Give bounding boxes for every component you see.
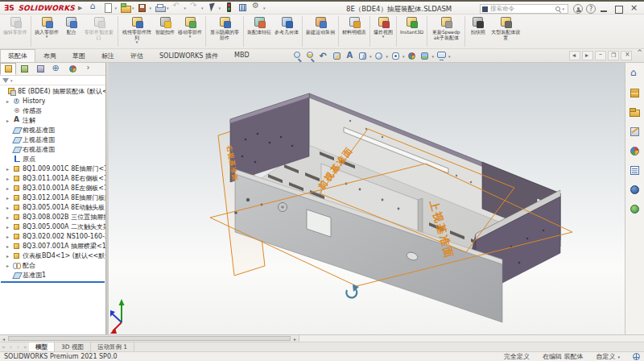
tree-item-17[interactable]: ▸仪表板BD4<1> (默认<<默认>_显示: [0, 251, 105, 260]
tree-item-5[interactable]: 上视基准面: [0, 135, 105, 144]
rebuild-icon[interactable]: [224, 2, 234, 13]
previous-view-icon[interactable]: [319, 51, 329, 61]
graphics-viewport[interactable]: 上视基准面 前视基准面 右视基准面: [109, 63, 625, 334]
tree-item-10[interactable]: ▸8Q3.010.001A 8E左侧板<1> (默认: [0, 183, 105, 193]
scrollbar-thumb[interactable]: [8, 336, 291, 341]
ribbon-button-linear-pattern[interactable]: 线性零部件阵列▾: [120, 15, 154, 48]
doc-tab-2[interactable]: 运动算例 1: [91, 342, 134, 351]
save-caret-icon[interactable]: ▾: [149, 6, 151, 10]
display-style-icon[interactable]: [374, 51, 384, 61]
hide-show-items-caret-icon[interactable]: ▾: [402, 54, 405, 59]
expand-caret-icon[interactable]: ▸: [6, 118, 12, 123]
ribbon-button-move-component[interactable]: 移动零部件▾: [176, 15, 204, 48]
home-icon[interactable]: [89, 2, 99, 13]
options-caret-icon[interactable]: ▾: [263, 6, 266, 10]
resources-icon[interactable]: [629, 68, 641, 80]
ribbon-button-take-snapshot[interactable]: 拍快照: [467, 15, 489, 48]
appearances-icon[interactable]: [629, 145, 641, 157]
ribbon-tab-3[interactable]: 标注: [93, 49, 122, 62]
apply-scene-icon[interactable]: [419, 51, 430, 61]
filter-caret-icon[interactable]: ▾: [10, 78, 13, 83]
ribbon-button-insert-component[interactable]: 插入零部件▾: [33, 15, 60, 48]
expand-caret-icon[interactable]: ▸: [6, 253, 12, 259]
open-icon[interactable]: [120, 2, 130, 13]
scroll-right-icon[interactable]: ▸: [291, 336, 299, 342]
panel-tab-dimxpertmanager[interactable]: [48, 63, 64, 75]
file-properties-icon[interactable]: [237, 2, 248, 13]
file-explorer-icon[interactable]: [629, 106, 641, 118]
new-document-icon[interactable]: [102, 2, 113, 13]
prev-tab-icon[interactable]: ‹: [7, 342, 14, 351]
tree-item-15[interactable]: ▸8Q3.020.002 NS100-160-250-3P(: [0, 231, 105, 241]
expand-caret-icon[interactable]: ▸: [6, 176, 12, 181]
design-library-icon[interactable]: [629, 87, 641, 99]
panel-tab-propertymanager[interactable]: [16, 63, 32, 75]
user-account-icon[interactable]: [573, 4, 583, 14]
ribbon-tab-0[interactable]: 装配体: [0, 49, 35, 62]
tree-item-18[interactable]: ▸配合: [0, 260, 105, 270]
panel-tab-expand[interactable]: [80, 63, 97, 75]
hide-show-items-icon[interactable]: [390, 51, 401, 61]
tree-item-0[interactable]: 8E (BDE4) 抽屉装配体 (默认<默认_显: [0, 86, 105, 96]
last-tab-icon[interactable]: »: [22, 342, 29, 351]
ribbon-button-show-hidden[interactable]: 显示隐藏的零部件: [208, 15, 242, 48]
viewport-3d-canvas[interactable]: 上视基准面 前视基准面 右视基准面: [109, 63, 625, 334]
expand-caret-icon[interactable]: ▸: [6, 243, 12, 249]
tree-item-12[interactable]: ▸8Q3.005.001A 8E动触头板 (3P) <: [0, 202, 105, 212]
apply-scene-caret-icon[interactable]: ▾: [432, 54, 435, 59]
view-palette-icon[interactable]: [629, 126, 641, 138]
tree-item-7[interactable]: 原点: [0, 154, 105, 164]
ribbon-button-instant3d[interactable]: Instant3D: [398, 15, 425, 48]
window-close-button[interactable]: [627, 4, 640, 15]
select-icon[interactable]: [207, 2, 217, 13]
ribbon-button-exploded-view[interactable]: 爆炸视图▾: [372, 15, 394, 48]
move-component-caret-icon[interactable]: ▾: [189, 35, 192, 39]
ribbon-button-large-assembly-settings[interactable]: 大型装配体设置: [489, 15, 522, 48]
search-caret-icon[interactable]: ▾: [562, 6, 564, 11]
linear-pattern-caret-icon[interactable]: ▾: [136, 40, 138, 44]
ribbon-button-assembly-features[interactable]: 装配体特征: [246, 15, 273, 48]
3d-content-central-icon[interactable]: [629, 203, 641, 215]
tree-item-4[interactable]: 前视基准面: [0, 125, 105, 135]
custom-properties-icon[interactable]: [629, 164, 641, 176]
view-orientation-icon[interactable]: [357, 51, 368, 61]
zoom-to-fit-icon[interactable]: [293, 51, 303, 61]
edit-appearance-icon[interactable]: [407, 51, 417, 61]
ribbon-button-mate[interactable]: 配合: [60, 15, 82, 48]
print-icon[interactable]: [155, 2, 165, 13]
tree-item-8[interactable]: ▸8Q1.009.001C 8E抽屉门<1> (默认: [0, 164, 105, 173]
window-minimize-button[interactable]: [598, 4, 611, 15]
zoom-to-area-icon[interactable]: [306, 51, 316, 61]
rollback-bar[interactable]: [1, 281, 105, 283]
ribbon-button-update-speedpak[interactable]: 更新Speedpak子装配体: [429, 15, 463, 48]
tree-item-19[interactable]: 基准面1: [0, 270, 105, 280]
tree-item-3[interactable]: ▸注解: [0, 115, 105, 125]
collapse-ribbon-chevron[interactable]: ^: [637, 49, 642, 56]
ribbon-tab-4[interactable]: 评估: [122, 49, 151, 62]
status-globe-icon[interactable]: [633, 353, 640, 360]
menu-expand-arrow[interactable]: ▶: [78, 5, 82, 11]
dynamic-annotation-views-icon[interactable]: [345, 51, 355, 61]
expand-caret-icon[interactable]: ▸: [6, 195, 12, 201]
previous-window-icon[interactable]: [569, 51, 580, 60]
options-icon[interactable]: [251, 2, 262, 13]
ribbon-tab-6[interactable]: MBD: [226, 49, 258, 62]
tree-item-6[interactable]: 右视基准面: [0, 144, 105, 154]
ribbon-button-new-motion-study[interactable]: 新建运动算例: [304, 15, 336, 48]
tree-item-11[interactable]: ▸8Q3.012.001A 8E抽屉门板固定支柱: [0, 193, 105, 202]
ribbon-button-bill-of-materials[interactable]: 材料明细表: [341, 15, 368, 48]
next-window-icon[interactable]: [582, 51, 593, 60]
ribbon-button-reference-geometry[interactable]: 参考几何体: [273, 15, 300, 48]
ribbon-tab-5[interactable]: SOLIDWORKS 插件: [151, 49, 226, 62]
doc-tab-0[interactable]: 模型: [29, 342, 55, 351]
tree-item-13[interactable]: ▸8Q3.008.002B 三位置抽屉挡板<1>: [0, 212, 105, 222]
document-minimize-button[interactable]: [595, 51, 606, 60]
expand-caret-icon[interactable]: ▸: [6, 185, 12, 191]
display-style-caret-icon[interactable]: ▾: [386, 54, 389, 59]
expand-caret-icon[interactable]: ▸: [6, 98, 12, 104]
section-view-icon[interactable]: [332, 51, 342, 61]
expand-caret-icon[interactable]: ▸: [6, 263, 12, 268]
exploded-view-caret-icon[interactable]: ▾: [382, 35, 385, 39]
view-orientation-caret-icon[interactable]: ▾: [369, 54, 372, 59]
panel-tab-displaymanager[interactable]: [64, 63, 80, 75]
